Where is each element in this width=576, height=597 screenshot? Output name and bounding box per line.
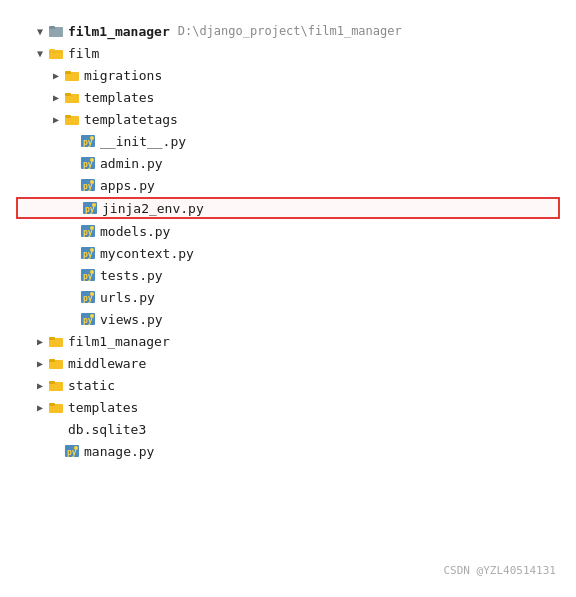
python-icon: py <box>82 200 98 216</box>
python-icon: py <box>80 133 96 149</box>
item-label: tests.py <box>100 268 163 283</box>
tree-item-templatetags[interactable]: templatetags <box>16 108 560 130</box>
chevron-closed <box>32 402 48 413</box>
tree-item-init[interactable]: py __init__.py <box>16 130 560 152</box>
tree-item-jinja2_env[interactable]: py jinja2_env.py <box>16 197 560 219</box>
chevron-closed <box>32 358 48 369</box>
tree-item-manage[interactable]: py manage.py <box>16 440 560 462</box>
item-label: __init__.py <box>100 134 186 149</box>
svg-rect-5 <box>65 71 71 74</box>
folder-icon <box>64 67 80 83</box>
svg-rect-3 <box>49 49 55 52</box>
watermark: CSDN @YZL40514131 <box>443 564 556 577</box>
tree-item-tests[interactable]: py tests.py <box>16 264 560 286</box>
item-label: film1_manager <box>68 334 170 349</box>
svg-rect-1 <box>49 26 55 29</box>
tree-item-models[interactable]: py models.py <box>16 220 560 242</box>
python-icon: py <box>80 223 96 239</box>
folder-icon <box>48 399 64 415</box>
tree-item-templates_root[interactable]: templates <box>16 396 560 418</box>
python-icon: py <box>80 177 96 193</box>
python-icon: py <box>80 289 96 305</box>
svg-point-33 <box>90 292 94 296</box>
python-icon: py <box>80 155 96 171</box>
item-label: migrations <box>84 68 162 83</box>
root-folder[interactable]: film1_manager D:\django_project\film1_ma… <box>16 20 560 42</box>
folder-icon <box>64 111 80 127</box>
svg-rect-40 <box>49 359 55 362</box>
svg-rect-38 <box>49 337 55 340</box>
svg-point-15 <box>90 158 94 162</box>
folder-icon <box>48 45 64 61</box>
chevron-closed <box>48 70 64 81</box>
item-label: views.py <box>100 312 163 327</box>
item-label: templates <box>84 90 154 105</box>
chevron-open <box>32 48 48 59</box>
item-label: middleware <box>68 356 146 371</box>
item-label: jinja2_env.py <box>102 201 204 216</box>
item-label: templates <box>68 400 138 415</box>
tree-item-static[interactable]: static <box>16 374 560 396</box>
item-label: admin.py <box>100 156 163 171</box>
python-icon: py <box>64 443 80 459</box>
tree-item-mycontext[interactable]: py mycontext.py <box>16 242 560 264</box>
tree-item-templates[interactable]: templates <box>16 86 560 108</box>
chevron-closed <box>32 380 48 391</box>
item-label: mycontext.py <box>100 246 194 261</box>
item-label: static <box>68 378 115 393</box>
python-icon: py <box>80 311 96 327</box>
item-label: apps.py <box>100 178 155 193</box>
svg-rect-9 <box>65 115 71 118</box>
svg-rect-42 <box>49 381 55 384</box>
folder-icon <box>48 377 64 393</box>
folder-icon <box>64 89 80 105</box>
item-label: models.py <box>100 224 170 239</box>
svg-point-21 <box>92 203 96 207</box>
tree-item-db_sqlite3[interactable]: db.sqlite3 <box>16 418 560 440</box>
tree-item-migrations[interactable]: migrations <box>16 64 560 86</box>
item-label: film <box>68 46 99 61</box>
folder-icon <box>48 333 64 349</box>
python-icon: py <box>80 245 96 261</box>
tree-items-container: film migrations templates templatetags p… <box>16 42 560 462</box>
svg-rect-44 <box>49 403 55 406</box>
tree-item-views[interactable]: py views.py <box>16 308 560 330</box>
tree-item-apps[interactable]: py apps.py <box>16 174 560 196</box>
tree-item-middleware[interactable]: middleware <box>16 352 560 374</box>
svg-point-30 <box>90 270 94 274</box>
tree-item-film[interactable]: film <box>16 42 560 64</box>
svg-point-54 <box>74 446 78 450</box>
chevron-closed <box>48 92 64 103</box>
item-label: templatetags <box>84 112 178 127</box>
item-label: db.sqlite3 <box>68 422 146 437</box>
tree-item-film1_manager_dir[interactable]: film1_manager <box>16 330 560 352</box>
svg-point-18 <box>90 180 94 184</box>
file-tree: film1_manager D:\django_project\film1_ma… <box>16 12 560 470</box>
python-icon: py <box>80 267 96 283</box>
root-path: D:\django_project\film1_manager <box>178 24 402 38</box>
item-label: manage.py <box>84 444 154 459</box>
chevron-closed <box>32 336 48 347</box>
folder-icon <box>48 23 64 39</box>
root-label: film1_manager <box>68 24 170 39</box>
svg-rect-7 <box>65 93 71 96</box>
tree-item-admin[interactable]: py admin.py <box>16 152 560 174</box>
chevron-closed <box>48 114 64 125</box>
tree-item-urls[interactable]: py urls.py <box>16 286 560 308</box>
svg-point-27 <box>90 248 94 252</box>
svg-point-36 <box>90 314 94 318</box>
root-chevron <box>32 26 48 37</box>
svg-point-12 <box>90 136 94 140</box>
item-label: urls.py <box>100 290 155 305</box>
svg-point-24 <box>90 226 94 230</box>
folder-icon <box>48 355 64 371</box>
